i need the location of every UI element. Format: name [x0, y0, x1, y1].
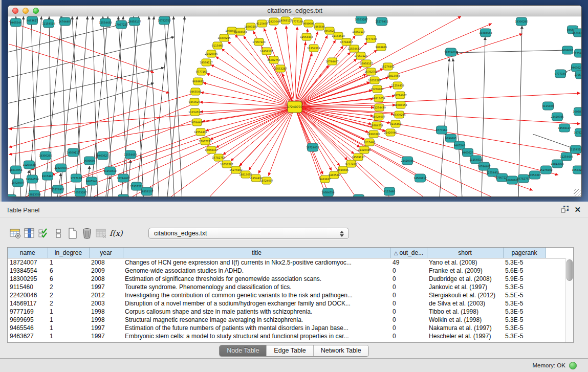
cell: Hescheler et al. (1997) [427, 332, 503, 340]
graph-node-label: 12554433 [347, 47, 360, 50]
window-resize-grip[interactable] [574, 189, 581, 196]
graph-node-label: 14569117 [200, 61, 212, 64]
graph-node-label: 15276902 [539, 168, 552, 171]
graph-node-label: 16744407 [117, 177, 129, 180]
graph-node-label: 16958107 [128, 20, 141, 23]
graph-edge [8, 83, 154, 129]
graph-node[interactable] [8, 194, 16, 196]
table-scrollbar-thumb[interactable] [567, 259, 573, 281]
cell: 0 [390, 267, 427, 275]
graph-node-label: 19384554 [234, 30, 247, 33]
graph-edge [455, 50, 568, 53]
graph-node-label: 9115460 [256, 22, 268, 25]
cell: 5.3E-5 [503, 324, 546, 332]
table-row[interactable]: 1938455462009Genome-wide association stu… [8, 267, 565, 275]
tab-edge-table[interactable]: Edge Table [266, 345, 313, 356]
graph-node-label: 17957223 [199, 140, 211, 143]
graph-node-label: 18300295 [393, 113, 405, 116]
column-header-name[interactable]: name [8, 248, 48, 258]
import-table-icon[interactable] [95, 227, 107, 239]
table-row[interactable]: 2242004622012Investigating the contribut… [8, 291, 565, 299]
tab-network-table[interactable]: Network Table [313, 345, 368, 356]
table-selector-combo[interactable]: citations_edges.txt [148, 228, 349, 239]
table-selector-value: citations_edges.txt [154, 230, 207, 237]
graph-node-label: 16958107 [205, 148, 217, 151]
column-header-year[interactable]: year [89, 248, 123, 258]
table-row[interactable]: 946554611997Estimation of the future num… [8, 324, 565, 332]
cell: Tourette syndrome. Phenomenology and cla… [123, 283, 390, 291]
column-header-pagerank[interactable]: pagerank [503, 248, 546, 258]
graph-edge [49, 16, 52, 196]
graph-node[interactable] [354, 194, 364, 196]
column-header-title[interactable]: title [123, 248, 390, 258]
function-builder-icon[interactable]: f(x) [110, 227, 126, 239]
cell: 9115460 [8, 283, 48, 291]
column-header-out_de[interactable]: △out_de... [390, 248, 427, 258]
cell: Wolkin et al. (1998) [427, 316, 503, 324]
graph-node-label: 11154519 [307, 47, 320, 50]
cell: Stergiakouli et al. (2012) [427, 291, 503, 299]
graph-node-label: 22420046 [358, 148, 371, 151]
table-toolbar: f(x) citations_edges.txt [0, 225, 588, 244]
column-header-in_degree[interactable]: in_degree [48, 248, 89, 258]
graph-node-label: 11154519 [42, 22, 55, 25]
graph-edge [164, 107, 295, 196]
tab-node-table[interactable]: Node Table [220, 345, 266, 356]
graph-node[interactable] [118, 194, 129, 196]
graph-node-label: 9699695 [84, 159, 95, 162]
cell: 1 [48, 316, 89, 324]
graph-node-label: 19384554 [479, 31, 492, 34]
graph-edge [295, 107, 558, 175]
table-scrollbar[interactable] [565, 258, 573, 342]
row-height-icon[interactable] [52, 227, 64, 239]
cell: 0 [390, 283, 427, 291]
new-table-icon[interactable] [67, 227, 79, 239]
table-row[interactable]: 1872400712008Changes of HCN gene express… [8, 258, 565, 267]
column-header-short[interactable]: short [427, 248, 503, 258]
graph-node-label: 17957223 [115, 23, 127, 26]
table-row[interactable]: 946362711997Embryonic stem cells: a mode… [8, 332, 565, 340]
cell: 1998 [89, 316, 123, 324]
network-window-titlebar[interactable]: citations_edges.txt [8, 6, 581, 16]
row-selection-icon[interactable] [38, 227, 50, 239]
graph-node-label: 12554433 [486, 171, 499, 174]
graph-node-label: 14569117 [352, 156, 364, 159]
delete-table-icon[interactable] [81, 227, 93, 239]
close-panel-icon[interactable]: ✕ [574, 206, 581, 214]
graph-edge [47, 107, 295, 196]
column-visibility-icon[interactable] [24, 227, 36, 239]
graph-node-label: 9463627 [324, 29, 335, 32]
sort-ascending-icon: △ [394, 250, 398, 256]
graph-node-label: 9465546 [454, 144, 465, 147]
float-panel-icon[interactable] [561, 206, 569, 214]
cell: Tibbo et al. (1998) [427, 308, 503, 316]
memory-indicator[interactable] [569, 362, 577, 369]
cell: 1 [48, 332, 89, 340]
graph-node-label: 10553287 [274, 67, 287, 70]
graph-node-label: 9699695 [337, 168, 349, 171]
graph-node-label: 10553287 [368, 79, 381, 82]
table-row[interactable]: 977716911998Corpus callosum shape and si… [8, 308, 565, 316]
network-graph[interactable]: 1724070719384554183002959115460224200461… [8, 16, 581, 196]
graph-node-label: 18300295 [515, 20, 528, 23]
table-row[interactable]: 969969511998Structural magnetic resonanc… [8, 316, 565, 324]
graph-node-label: 16744407 [477, 165, 490, 168]
graph-node-label: 14569117 [558, 126, 571, 129]
table-row[interactable]: 911546021997Tourette syndrome. Phenomeno… [8, 283, 565, 291]
graph-node-label: 9699695 [445, 137, 456, 140]
cell: 5.3E-5 [503, 299, 546, 308]
table-row[interactable]: 1830029562008Estimation of significance … [8, 275, 565, 283]
cell: 9699695 [8, 316, 48, 324]
cell: 2009 [89, 267, 123, 275]
graph-node-label: 17957223 [252, 40, 265, 43]
table-row[interactable]: 1456911722003Disruption of a novel membe… [8, 299, 565, 308]
cell: Investigating the contribution of common… [123, 291, 390, 299]
cell: 5.6E-5 [503, 267, 546, 275]
graph-node-label: 19384554 [321, 191, 334, 194]
table-settings-icon[interactable] [9, 227, 21, 239]
cell: 2 [48, 291, 89, 299]
network-canvas[interactable]: 1724070719384554183002959115460224200461… [8, 16, 581, 196]
graph-node-label: 18813054 [239, 173, 252, 176]
graph-node-label: 16958107 [140, 190, 153, 193]
cell: 9465546 [8, 324, 48, 332]
